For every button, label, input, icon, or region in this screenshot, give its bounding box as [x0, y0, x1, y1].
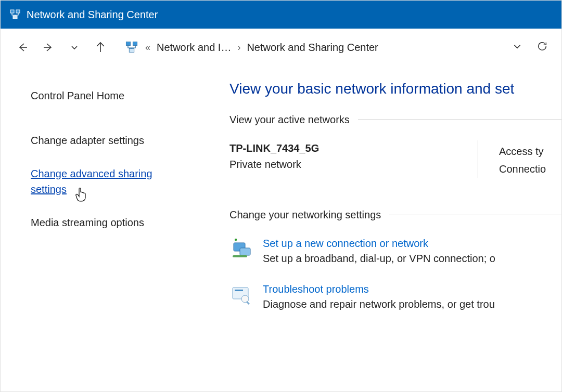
- recent-locations-button[interactable]: [64, 37, 85, 58]
- change-adapter-settings-link[interactable]: Change adapter settings: [31, 133, 176, 148]
- network-type: Private network: [229, 159, 457, 171]
- window-titlebar: Network and Sharing Center: [1, 1, 561, 29]
- control-panel-home-link[interactable]: Control Panel Home: [31, 88, 176, 103]
- svg-rect-10: [235, 290, 243, 291]
- svg-rect-2: [13, 16, 17, 19]
- setup-connection-link[interactable]: Set up a new connection or network: [263, 238, 561, 250]
- troubleshoot-item: Troubleshoot problems Diagnose and repai…: [229, 283, 561, 310]
- svg-rect-0: [10, 10, 14, 13]
- breadcrumb-overflow-icon[interactable]: «: [144, 42, 151, 53]
- svg-rect-7: [240, 248, 250, 255]
- setup-connection-desc: Set up a broadband, dial-up, or VPN conn…: [263, 253, 561, 265]
- access-type-label: Access ty: [499, 142, 561, 160]
- svg-rect-1: [16, 10, 20, 13]
- refresh-button[interactable]: [537, 41, 548, 55]
- active-network-row: TP-LINK_7434_5G Private network Access t…: [229, 142, 561, 178]
- content-area: Control Panel Home Change adapter settin…: [1, 66, 561, 391]
- setup-connection-icon: [229, 238, 252, 260]
- connections-label: Connectio: [499, 160, 561, 178]
- vertical-divider: [478, 140, 478, 178]
- svg-rect-4: [133, 42, 137, 45]
- breadcrumb-segment[interactable]: Network and Sharing Center: [247, 42, 378, 54]
- troubleshoot-link[interactable]: Troubleshoot problems: [263, 283, 561, 295]
- main-panel: View your basic network information and …: [209, 66, 561, 391]
- change-advanced-sharing-link[interactable]: Change advanced sharing settings: [31, 166, 176, 197]
- svg-rect-3: [126, 42, 130, 45]
- sidebar: Control Panel Home Change adapter settin…: [1, 66, 209, 391]
- chevron-right-icon[interactable]: ›: [236, 42, 241, 53]
- section-divider: [389, 215, 561, 215]
- media-streaming-options-link[interactable]: Media streaming options: [31, 215, 176, 230]
- section-title: View your active networks: [229, 114, 350, 126]
- active-networks-section-header: View your active networks: [229, 114, 561, 126]
- setup-connection-item: Set up a new connection or network Set u…: [229, 238, 561, 265]
- troubleshoot-desc: Diagnose and repair network problems, or…: [263, 298, 561, 310]
- svg-rect-8: [233, 255, 247, 257]
- page-heading: View your basic network information and …: [229, 81, 561, 97]
- breadcrumb-segment[interactable]: Network and I…: [157, 42, 231, 54]
- address-dropdown-button[interactable]: [513, 42, 522, 54]
- troubleshoot-icon: [229, 283, 252, 306]
- section-divider: [358, 120, 561, 120]
- change-settings-section-header: Change your networking settings: [229, 209, 561, 221]
- network-center-icon: [124, 40, 139, 55]
- toolbar: « Network and I… › Network and Sharing C…: [1, 29, 561, 66]
- window-title: Network and Sharing Center: [27, 9, 158, 21]
- forward-button[interactable]: [38, 37, 59, 58]
- back-button[interactable]: [12, 37, 33, 58]
- up-button[interactable]: [90, 37, 111, 58]
- address-bar[interactable]: « Network and I… › Network and Sharing C…: [124, 40, 550, 55]
- section-title: Change your networking settings: [229, 209, 381, 221]
- svg-rect-5: [129, 48, 134, 52]
- network-center-icon: [9, 8, 21, 21]
- network-name: TP-LINK_7434_5G: [229, 142, 457, 154]
